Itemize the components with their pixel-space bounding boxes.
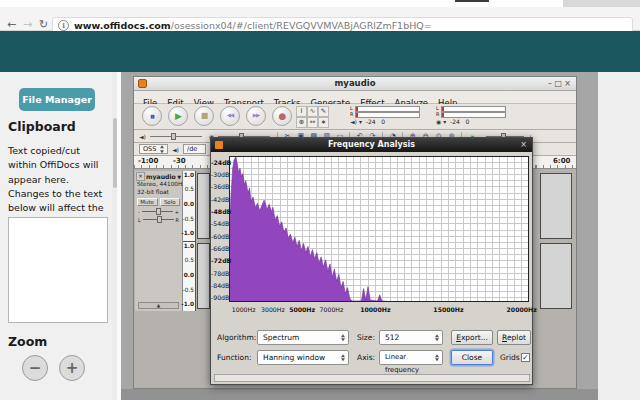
function-select[interactable]: Hanning window: [257, 350, 349, 365]
db-tick-label: -54dB: [211, 220, 227, 227]
audio-clip-left-sliver-ch2[interactable]: [197, 243, 210, 309]
file-manager-button[interactable]: File Manager: [19, 88, 95, 111]
export-button[interactable]: Export...: [451, 330, 493, 345]
minimize-icon[interactable]: –: [548, 79, 552, 88]
forward-button[interactable]: ▶▶: [246, 106, 266, 126]
close-icon[interactable]: ×: [564, 79, 571, 88]
solo-button[interactable]: Solo: [160, 198, 181, 206]
playback-meter-bar[interactable]: [355, 112, 420, 118]
draw-tool-icon[interactable]: ✎: [318, 106, 329, 117]
hz-tick-label: 7000Hz: [320, 306, 344, 313]
page-info-icon[interactable]: i: [58, 20, 69, 31]
track-menu-icon[interactable]: ▼: [177, 174, 181, 180]
gain-max-label: +: [175, 209, 179, 215]
spectrum-plot[interactable]: [229, 156, 529, 302]
grids-checkbox[interactable]: ✓: [521, 353, 530, 362]
recording-meter-legend: ◉ ▾ -24 0: [436, 118, 469, 127]
forward-icon[interactable]: →: [23, 19, 32, 30]
dropdown-arrow-icon[interactable]: ▾: [443, 118, 446, 125]
ruler-value: -1.0: [181, 301, 194, 307]
ruler-value: -1.0: [181, 230, 194, 236]
vertical-scale-ruler: 1.00.50.0-0.5-1.01.00.50.0-0.5-1.0: [183, 171, 196, 311]
size-select[interactable]: 512: [379, 330, 443, 345]
rewind-button[interactable]: ◀◀: [220, 106, 240, 126]
url-text[interactable]: www.offidocs.com/osessionx04/#/client/RE…: [74, 20, 432, 31]
maximize-icon[interactable]: □: [554, 79, 562, 88]
ruler-value: 1.0: [184, 172, 194, 178]
track-name[interactable]: myaudio: [146, 173, 177, 180]
algorithm-select[interactable]: Spectrum: [257, 330, 349, 345]
dialog-close-icon[interactable]: ×: [520, 140, 527, 149]
speaker-icon: ◄): [350, 118, 357, 125]
zoom-out-button[interactable]: −: [22, 355, 48, 381]
back-icon[interactable]: ←: [7, 19, 16, 30]
mute-button[interactable]: Mute: [137, 198, 158, 206]
zoom-in-button[interactable]: +: [59, 355, 85, 381]
db-tick-label: -42dB: [211, 196, 227, 203]
stop-button[interactable]: ■: [194, 106, 214, 126]
hz-tick-label: 20000Hz: [507, 306, 537, 313]
dropdown-arrow-icon[interactable]: ▾: [359, 118, 362, 125]
audio-clip-right-ch2[interactable]: [540, 243, 572, 309]
pan-right-label: R: [176, 217, 179, 223]
recording-meter-bar[interactable]: [441, 112, 506, 118]
axis-label: Axis:: [357, 350, 375, 365]
ruler-value: 0.0: [184, 272, 194, 278]
function-label: Function:: [217, 350, 251, 365]
close-button[interactable]: Close: [451, 350, 493, 365]
output-device-select[interactable]: /de: [183, 144, 206, 154]
hz-tick-label: 3000Hz: [261, 306, 285, 313]
output-volume-slider-thumb[interactable]: [171, 133, 176, 140]
gain-min-label: -: [138, 209, 140, 215]
speaker-icon: ◄): [139, 133, 146, 140]
track-collapse-button[interactable]: ▲: [138, 302, 179, 309]
size-label: Size:: [357, 330, 375, 345]
timeline-label-end: 6:00: [553, 157, 570, 165]
audacity-titlebar[interactable]: myaudio – □ ×: [134, 77, 576, 91]
ruler-value: -0.5: [183, 287, 194, 293]
axis-select[interactable]: Linear frequency: [379, 350, 443, 365]
url-path: /osessionx04/#/client/REVGQVVMVABjAGRlZm…: [171, 20, 432, 31]
db-tick-label: -30dB: [211, 171, 227, 178]
audio-clip-left-sliver-ch1[interactable]: [197, 173, 210, 239]
transport-toolbar: ▮▮▶■◀◀▶▶●: [142, 106, 292, 126]
browser-toolbar: ← → ↻ i www.offidocs.com/osessionx04/#/c…: [0, 7, 640, 31]
reload-icon[interactable]: ↻: [39, 19, 48, 30]
zoom-tool-icon[interactable]: ⊕: [296, 117, 307, 128]
audio-clip-right-ch1[interactable]: [540, 173, 572, 239]
page-background-column: [598, 72, 640, 400]
hz-tick-label: 15000Hz: [433, 306, 463, 313]
envelope-tool-icon[interactable]: ∿: [307, 106, 318, 117]
pan-slider[interactable]: [143, 219, 174, 220]
play-button[interactable]: ▶: [168, 106, 188, 126]
url-domain: www.offidocs.com: [74, 20, 171, 31]
dialog-titlebar[interactable]: Frequency Analysis ×: [211, 138, 532, 152]
timeshift-tool-icon[interactable]: ↔: [307, 117, 318, 128]
audio-host-select[interactable]: OSS: [139, 144, 168, 154]
db-tick-label: -48dB: [211, 208, 227, 215]
db-tick-label: -60dB: [211, 233, 227, 240]
timeline-label-neg-minute: -1:00: [138, 157, 158, 165]
gain-slider[interactable]: [142, 211, 173, 212]
db-tick-label: -36dB: [211, 183, 227, 190]
selection-tool-icon[interactable]: I: [296, 106, 307, 117]
audacity-menubar: FileEditViewTransportTracksGenerateEffec…: [134, 91, 576, 104]
clipboard-textarea[interactable]: [8, 217, 108, 323]
sidebar-scrollbar-thumb[interactable]: [113, 118, 117, 188]
playback-meter-legend: ◄) ▾ -24 0: [350, 118, 385, 127]
forward-icon: ▶▶: [253, 113, 259, 119]
record-button[interactable]: ●: [272, 106, 292, 126]
output-volume-slider[interactable]: [150, 136, 202, 137]
speaker-icon: ◄): [172, 146, 179, 153]
multi-tool-icon[interactable]: ∗: [318, 117, 329, 128]
remote-desktop-bottom: [121, 389, 598, 400]
pause-button[interactable]: ▮▮: [142, 106, 162, 126]
zoom-heading: Zoom: [8, 334, 47, 349]
spinner-arrows-icon: [341, 354, 345, 362]
algorithm-label: Algorithm:: [217, 330, 256, 345]
track-close-icon[interactable]: ×: [136, 172, 145, 181]
replot-button[interactable]: Replot: [497, 330, 531, 345]
rewind-icon: ◀◀: [227, 113, 233, 119]
spinner-arrows-icon: [435, 354, 439, 362]
meter-toolbar: LR◄) ▾ -24 0LR◉ ▾ -24 0: [350, 106, 520, 128]
